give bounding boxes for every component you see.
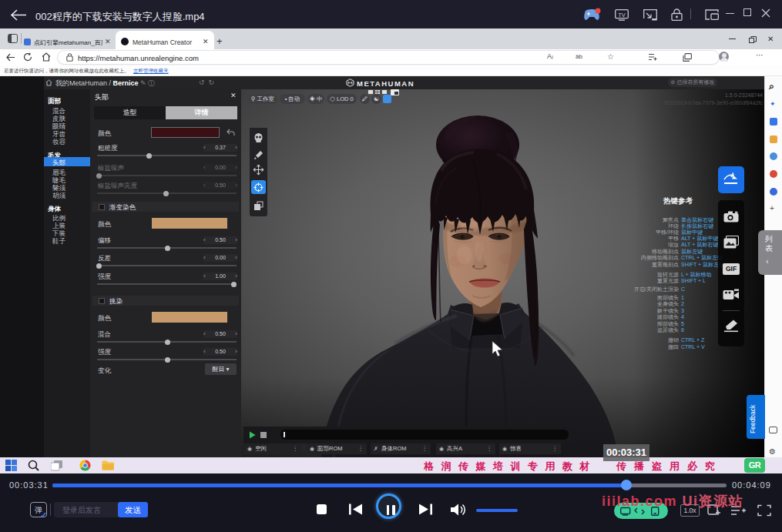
svg-text:TV: TV	[618, 12, 626, 18]
